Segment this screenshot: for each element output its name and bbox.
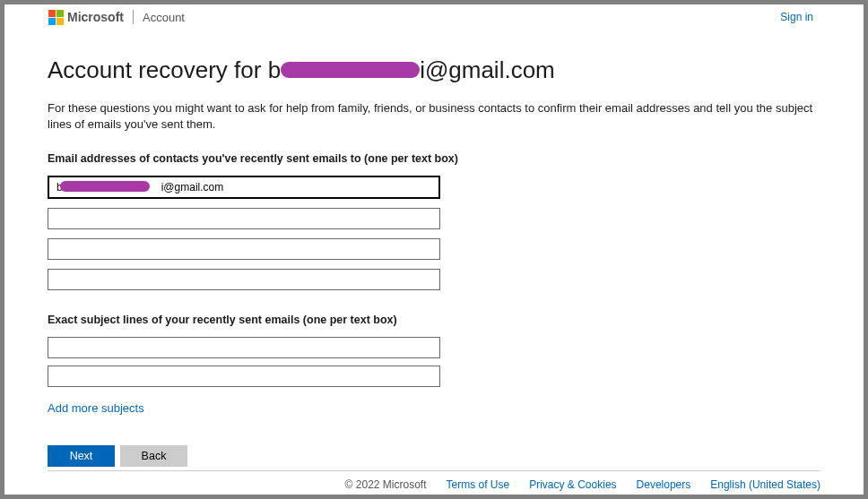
back-button[interactable]: Back [120,445,187,467]
contacts-label: Email addresses of contacts you've recen… [48,152,820,165]
header-divider [133,10,134,24]
button-row: Next Back [48,445,820,467]
section-label: Account [143,11,185,24]
developers-link[interactable]: Developers [637,478,691,491]
intro-text: For these questions you might want to as… [48,100,820,133]
privacy-link[interactable]: Privacy & Cookies [529,478,616,491]
window: Microsoft Account Sign in Account recove… [4,4,864,495]
contact-input-2[interactable] [48,208,440,229]
page-title: Account recovery for bi@gmail.com [48,56,820,84]
signin-link[interactable]: Sign in [780,11,813,23]
subject-inputs [48,337,820,387]
terms-link[interactable]: Terms of Use [447,478,510,491]
microsoft-logo-icon [48,9,64,25]
title-prefix: Account recovery for b [48,56,281,83]
title-suffix: i@gmail.com [420,56,555,83]
redacted-text [281,62,420,78]
contact-inputs [48,176,820,290]
language-link[interactable]: English (United States) [710,478,820,491]
brand-label: Microsoft [67,10,124,24]
contact-input-1[interactable] [48,176,440,199]
subject-input-2[interactable] [48,366,440,387]
contact-input-1-wrap [48,176,440,199]
subjects-label: Exact subject lines of your recently sen… [48,314,820,326]
contact-input-4[interactable] [48,269,440,290]
copyright-text: © 2022 Microsoft [345,478,427,491]
subject-input-1[interactable] [48,337,440,358]
add-more-subjects-link[interactable]: Add more subjects [48,401,144,415]
footer: © 2022 Microsoft Terms of Use Privacy & … [48,470,820,495]
content: Account recovery for bi@gmail.com For th… [4,30,864,470]
header: Microsoft Account Sign in [4,4,864,30]
contact-input-3[interactable] [48,238,440,260]
next-button[interactable]: Next [48,445,115,467]
